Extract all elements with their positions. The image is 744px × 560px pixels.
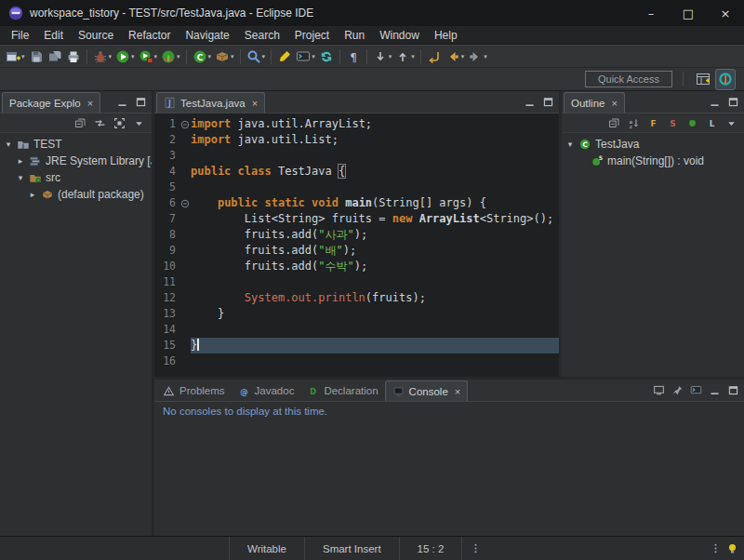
close-tab-icon[interactable]: × bbox=[611, 98, 617, 109]
focus-mode-button[interactable] bbox=[111, 114, 128, 131]
close-button[interactable]: × bbox=[707, 0, 744, 26]
twisty-icon[interactable]: ▸ bbox=[16, 156, 25, 166]
forward-button[interactable]: ▾ bbox=[466, 47, 489, 66]
save-all-button[interactable] bbox=[46, 47, 64, 66]
statusbar-drag-handle-icon[interactable] bbox=[470, 542, 482, 554]
menu-project[interactable]: Project bbox=[287, 26, 337, 44]
code-line-5[interactable]: 5 bbox=[154, 180, 559, 195]
menu-window[interactable]: Window bbox=[372, 26, 427, 44]
filter-static-button[interactable]: S bbox=[664, 114, 682, 131]
tab-javadoc[interactable]: @Javadoc bbox=[232, 380, 301, 401]
code-line-text[interactable]: } bbox=[191, 338, 559, 353]
view-menu-button[interactable] bbox=[130, 114, 148, 131]
collapse-all-button[interactable] bbox=[605, 114, 623, 131]
dropdown-arrow-icon[interactable]: ▾ bbox=[131, 53, 135, 60]
dropdown-arrow-icon[interactable]: ▾ bbox=[177, 53, 180, 60]
code-line-7[interactable]: 7 List<String> fruits = new ArrayList<St… bbox=[154, 211, 559, 227]
code-line-14[interactable]: 14 bbox=[154, 322, 559, 338]
code-line-text[interactable]: fruits.add("배"); bbox=[191, 243, 559, 259]
line-number[interactable]: 9 bbox=[154, 243, 179, 259]
code-area[interactable]: 1import java.util.ArrayList;2import java… bbox=[154, 113, 559, 377]
tree-item-src[interactable]: ▾src bbox=[0, 169, 152, 186]
overflow-dots-icon[interactable] bbox=[710, 542, 722, 554]
twisty-icon[interactable]: ▾ bbox=[4, 140, 13, 149]
code-line-text[interactable]: System.out.println(fruits); bbox=[191, 290, 559, 306]
line-number[interactable]: 8 bbox=[154, 227, 179, 243]
code-line-11[interactable]: 11 bbox=[154, 274, 559, 290]
max-view-button[interactable] bbox=[724, 93, 742, 110]
run-button[interactable]: ▾ bbox=[113, 47, 137, 66]
min-view-button[interactable] bbox=[113, 93, 131, 110]
prev-annotation-button[interactable]: ▾ bbox=[393, 47, 417, 66]
dropdown-arrow-icon[interactable]: ▾ bbox=[109, 53, 113, 60]
dropdown-arrow-icon[interactable]: ▾ bbox=[231, 53, 234, 60]
code-line-13[interactable]: 13 } bbox=[154, 306, 559, 322]
twisty-icon[interactable]: ▾ bbox=[16, 173, 25, 182]
mark-occurrences-button[interactable] bbox=[275, 47, 294, 66]
code-line-16[interactable]: 16 bbox=[154, 353, 559, 369]
debug-button[interactable]: ▾ bbox=[91, 47, 114, 66]
line-number[interactable]: 15 bbox=[154, 338, 179, 353]
tab-problems[interactable]: Problems bbox=[156, 380, 232, 401]
code-line-text[interactable]: public class TestJava { bbox=[191, 164, 559, 180]
dropdown-arrow-icon[interactable]: ▾ bbox=[312, 53, 315, 60]
code-line-text[interactable]: import java.util.List; bbox=[191, 132, 559, 148]
filter-local-button[interactable]: L bbox=[703, 114, 721, 131]
max-view-button[interactable] bbox=[132, 93, 150, 110]
tree-item-main-string-void[interactable]: Smain(String[]) : void bbox=[562, 153, 744, 169]
dropdown-arrow-icon[interactable]: ▾ bbox=[262, 53, 266, 60]
last-edit-button[interactable] bbox=[425, 47, 444, 66]
search-button[interactable]: ▾ bbox=[245, 47, 268, 66]
tree-item-default-package[interactable]: ▸(default package) bbox=[0, 186, 152, 203]
code-line-text[interactable] bbox=[191, 322, 559, 338]
code-line-text[interactable] bbox=[191, 180, 559, 195]
line-number[interactable]: 3 bbox=[154, 148, 179, 164]
pilcrow-button[interactable]: ¶ bbox=[344, 47, 363, 66]
close-tab-icon[interactable]: × bbox=[252, 98, 258, 109]
sync-button[interactable] bbox=[317, 47, 336, 66]
dropdown-arrow-icon[interactable]: ▾ bbox=[154, 53, 158, 60]
minimize-button[interactable]: – bbox=[632, 0, 670, 26]
view-tab-outline[interactable]: Outline × bbox=[564, 92, 625, 113]
code-line-1[interactable]: 1import java.util.ArrayList; bbox=[154, 116, 559, 132]
min-view-button[interactable] bbox=[706, 93, 724, 110]
line-number[interactable]: 16 bbox=[154, 353, 179, 369]
max-view-button[interactable] bbox=[724, 381, 742, 398]
new-package-button[interactable]: ▾ bbox=[213, 47, 236, 66]
maximize-button[interactable]: □ bbox=[670, 0, 707, 26]
menu-edit[interactable]: Edit bbox=[36, 26, 71, 44]
dropdown-arrow-icon[interactable]: ▾ bbox=[484, 53, 487, 60]
display-console-button[interactable] bbox=[650, 381, 668, 398]
console-body[interactable]: No consoles to display at this time. bbox=[154, 402, 744, 536]
save-button[interactable] bbox=[27, 47, 46, 66]
line-number[interactable]: 2 bbox=[154, 132, 179, 148]
open-console-button[interactable] bbox=[687, 381, 705, 398]
line-number[interactable]: 7 bbox=[154, 211, 179, 227]
line-number[interactable]: 6 bbox=[154, 195, 179, 211]
line-number[interactable]: 11 bbox=[154, 274, 179, 290]
code-line-text[interactable]: } bbox=[191, 306, 559, 322]
line-number[interactable]: 10 bbox=[154, 259, 179, 274]
next-annotation-button[interactable]: ▾ bbox=[371, 47, 394, 66]
tree-item-testjava[interactable]: ▾CTestJava bbox=[562, 136, 744, 153]
menu-file[interactable]: File bbox=[4, 26, 36, 44]
code-line-text[interactable]: public static void main(String[] args) { bbox=[191, 195, 559, 211]
menu-run[interactable]: Run bbox=[337, 26, 372, 44]
code-line-12[interactable]: 12 System.out.println(fruits); bbox=[154, 290, 559, 306]
dropdown-arrow-icon[interactable]: ▾ bbox=[461, 53, 465, 60]
twisty-icon[interactable]: ▾ bbox=[565, 140, 575, 149]
filter-public-button[interactable] bbox=[684, 114, 701, 131]
tree-item-test[interactable]: ▾JTEST bbox=[0, 136, 152, 153]
dropdown-arrow-icon[interactable]: ▾ bbox=[389, 53, 392, 60]
close-tab-icon[interactable]: × bbox=[87, 98, 93, 109]
code-line-10[interactable]: 10 fruits.add("수박"); bbox=[154, 259, 559, 274]
code-line-6[interactable]: 6 public static void main(String[] args)… bbox=[154, 195, 559, 211]
code-line-9[interactable]: 9 fruits.add("배"); bbox=[154, 243, 559, 259]
tab-console[interactable]: Console× bbox=[385, 380, 469, 401]
code-line-text[interactable] bbox=[191, 148, 559, 164]
filter-fields-button[interactable]: F bbox=[644, 114, 662, 131]
line-number[interactable]: 4 bbox=[154, 164, 179, 180]
collapse-all-button[interactable] bbox=[72, 114, 89, 131]
sort-az-button[interactable]: az bbox=[625, 114, 643, 131]
tab-declaration[interactable]: DDeclaration bbox=[300, 380, 384, 401]
